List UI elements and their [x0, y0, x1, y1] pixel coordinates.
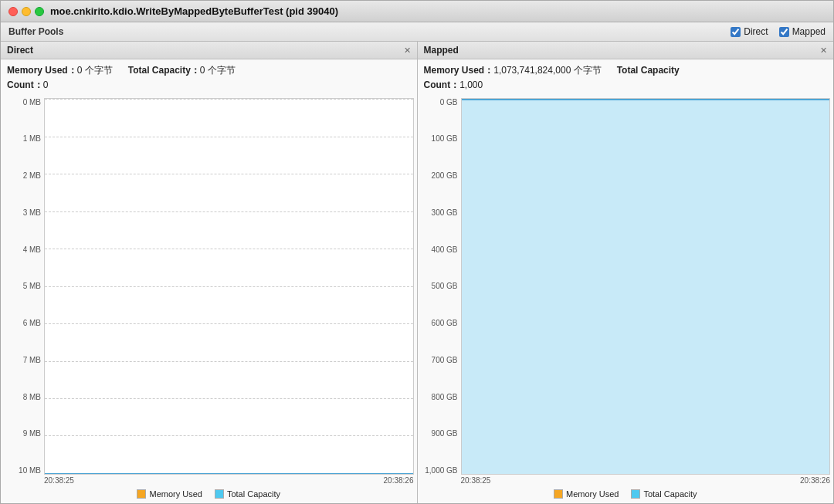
direct-panel-stats: Memory Used：0 个字节 Total Capacity：0 个字节 C…: [1, 59, 417, 95]
mapped-legend-total-capacity: Total Capacity: [631, 489, 697, 499]
y-label-800gb: 800 GB: [421, 394, 458, 401]
mapped-panel-header: Mapped ✕: [418, 42, 834, 59]
mapped-checkbox-label: Mapped: [792, 26, 826, 37]
y-label-9mb: 9 MB: [4, 430, 41, 438]
mapped-legend-memory-used-box: [554, 489, 563, 499]
mapped-chart-fill: [462, 99, 830, 474]
direct-total-capacity-label: Total Capacity：: [128, 65, 200, 76]
minimize-button[interactable]: [22, 7, 31, 16]
direct-memory-used-label: Memory Used：: [7, 65, 77, 76]
direct-chart-line: [45, 473, 413, 474]
direct-legend-total-capacity-label: Total Capacity: [227, 489, 280, 499]
mapped-checkbox-group[interactable]: Mapped: [779, 26, 826, 37]
traffic-lights: [8, 7, 44, 16]
direct-x-label-1: 20:38:25: [44, 476, 74, 485]
mapped-count-value: 1,000: [459, 79, 483, 90]
direct-checkbox-group[interactable]: Direct: [731, 26, 768, 37]
direct-total-capacity-value: 0 个字节: [200, 65, 236, 76]
y-label-3mb: 3 MB: [4, 209, 41, 217]
mapped-x-axis: 20:38:25 20:38:26: [421, 475, 831, 486]
mapped-legend-memory-used: Memory Used: [554, 489, 619, 499]
y-label-200gb: 200 GB: [421, 172, 458, 180]
panels-container: Direct ✕ Memory Used：0 个字节 Total Capacit…: [1, 42, 833, 503]
mapped-legend-total-capacity-box: [631, 489, 640, 499]
mapped-chart-wrapper: 1,000 GB 900 GB 800 GB 700 GB 600 GB 500…: [421, 98, 831, 475]
direct-chart-inner: [44, 98, 414, 475]
mapped-legend-total-capacity-label: Total Capacity: [643, 489, 697, 499]
mapped-chart-area: 1,000 GB 900 GB 800 GB 700 GB 600 GB 500…: [418, 95, 834, 503]
direct-legend-memory-used: Memory Used: [137, 489, 202, 499]
direct-panel-close[interactable]: ✕: [404, 46, 411, 55]
mapped-memory-used-value: 1,073,741,824,000 个字节: [493, 65, 601, 76]
mapped-legend-memory-used-label: Memory Used: [566, 489, 619, 499]
mapped-chart-inner: [461, 98, 831, 475]
direct-legend-total-capacity-box: [215, 489, 224, 499]
direct-checkbox-label: Direct: [744, 26, 768, 37]
y-label-0gb: 0 GB: [421, 99, 458, 107]
y-label-500gb: 500 GB: [421, 282, 458, 290]
direct-legend-total-capacity: Total Capacity: [215, 489, 280, 499]
toolbar-right: Direct Mapped: [731, 26, 826, 37]
y-label-4mb: 4 MB: [4, 246, 41, 254]
y-label-0mb: 0 MB: [4, 99, 41, 107]
mapped-x-label-2: 20:38:26: [800, 476, 830, 485]
close-button[interactable]: [8, 7, 18, 16]
mapped-chart-top-line: [462, 99, 830, 100]
direct-x-axis: 20:38:25 20:38:26: [4, 475, 414, 486]
y-label-7mb: 7 MB: [4, 357, 41, 364]
direct-chart-area: 10 MB 9 MB 8 MB 7 MB 6 MB 5 MB 4 MB 3 MB…: [1, 95, 417, 503]
mapped-memory-used-label: Memory Used：: [424, 65, 494, 76]
y-label-6mb: 6 MB: [4, 320, 41, 327]
direct-legend: Memory Used Total Capacity: [4, 486, 414, 503]
y-label-10mb: 10 MB: [4, 467, 41, 475]
mapped-panel-stats: Memory Used：1,073,741,824,000 个字节 Total …: [418, 59, 834, 95]
mapped-x-label-1: 20:38:25: [461, 476, 491, 485]
main-window: moe.cnkirito.kdio.WriteByMappedByteBuffe…: [0, 0, 834, 504]
direct-checkbox[interactable]: [731, 27, 741, 37]
fullscreen-button[interactable]: [35, 7, 44, 16]
y-label-100gb: 100 GB: [421, 135, 458, 143]
y-label-600gb: 600 GB: [421, 320, 458, 327]
title-bar: moe.cnkirito.kdio.WriteByMappedByteBuffe…: [1, 1, 833, 22]
direct-panel-header: Direct ✕: [1, 42, 417, 59]
direct-y-axis: 10 MB 9 MB 8 MB 7 MB 6 MB 5 MB 4 MB 3 MB…: [4, 98, 44, 475]
mapped-legend: Memory Used Total Capacity: [421, 486, 831, 503]
window-title: moe.cnkirito.kdio.WriteByMappedByteBuffe…: [50, 5, 338, 17]
y-label-400gb: 400 GB: [421, 246, 458, 254]
direct-chart-grid: [45, 99, 413, 474]
y-label-1mb: 1 MB: [4, 135, 41, 143]
y-label-1000gb: 1,000 GB: [421, 467, 458, 475]
y-label-8mb: 8 MB: [4, 394, 41, 401]
direct-legend-memory-used-box: [137, 489, 146, 499]
mapped-panel-title: Mapped: [424, 45, 459, 56]
mapped-checkbox[interactable]: [779, 27, 789, 37]
mapped-panel-close[interactable]: ✕: [820, 46, 827, 55]
direct-legend-memory-used-label: Memory Used: [149, 489, 202, 499]
buffer-pools-label: Buffer Pools: [8, 26, 63, 37]
y-label-700gb: 700 GB: [421, 357, 458, 364]
y-label-2mb: 2 MB: [4, 172, 41, 180]
mapped-panel: Mapped ✕ Memory Used：1,073,741,824,000 个…: [418, 42, 834, 503]
y-label-5mb: 5 MB: [4, 282, 41, 290]
mapped-y-axis: 1,000 GB 900 GB 800 GB 700 GB 600 GB 500…: [421, 98, 461, 475]
toolbar: Buffer Pools Direct Mapped: [1, 22, 833, 42]
direct-count-label: Count：: [7, 79, 43, 90]
direct-memory-used-value: 0 个字节: [77, 65, 113, 76]
y-label-300gb: 300 GB: [421, 209, 458, 217]
mapped-count-label: Count：: [424, 79, 460, 90]
direct-chart-wrapper: 10 MB 9 MB 8 MB 7 MB 6 MB 5 MB 4 MB 3 MB…: [4, 98, 414, 475]
direct-count-value: 0: [43, 79, 49, 90]
direct-panel-title: Direct: [7, 45, 33, 56]
direct-panel: Direct ✕ Memory Used：0 个字节 Total Capacit…: [1, 42, 418, 503]
mapped-total-capacity-label: Total Capacity: [617, 65, 680, 76]
y-label-900gb: 900 GB: [421, 430, 458, 438]
direct-x-label-2: 20:38:26: [384, 476, 414, 485]
